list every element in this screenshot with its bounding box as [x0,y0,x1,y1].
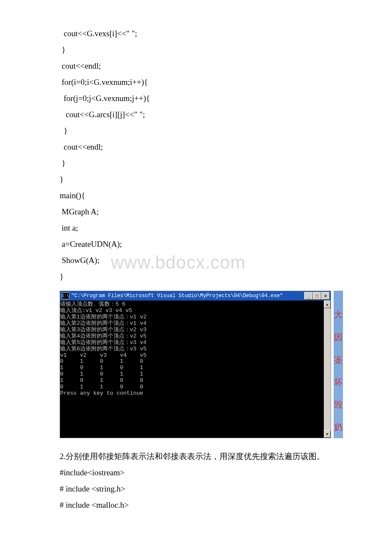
side-char: 坏 [334,374,343,390]
side-char: 大 [334,307,343,322]
console-window: C:\ "C:\Program Files\Microsoft Visual S… [60,291,331,438]
console-output: 请输入顶点数、弧数：5 6 输入顶点:v1 v2 v3 v4 v5 输入第1边依… [60,301,324,438]
code-line: cout<<G.arcs[i][j]<<" "; [60,107,341,123]
code-line: cout<<G.vexs[i]<<" "; [60,26,341,42]
side-char: 因 [334,330,343,345]
code-line: main(){ [60,188,341,204]
code-line: #include<iostream> [60,465,341,481]
cmd-icon: C:\ [62,292,69,299]
scroll-up-button[interactable]: ▲ [324,301,331,308]
maximize-button[interactable]: □ [313,292,321,300]
code-line: cout<<endl; [60,58,341,74]
code-line: for(i=0;i<G.vexnum;i++){ [60,74,341,90]
side-char: 崟 [334,352,343,367]
code-line: a=CreateUDN(A); [60,236,341,252]
code-line: } [60,269,341,285]
paragraph: 2.分别使用邻接矩阵表示法和邻接表表示法，用深度优先搜索法遍历该图。 [60,448,341,465]
code-line: } [60,155,341,171]
side-char: 毁 [334,397,343,412]
side-char: 奶 [334,419,343,435]
scrollbar[interactable]: ▲ ▼ [324,301,331,438]
code-line: cout<<endl; [60,139,341,155]
code-line: MGraph A; [60,204,341,220]
code-line: # include <malloc.h> [60,497,341,513]
close-button[interactable]: × [321,292,330,300]
scroll-down-button[interactable]: ▼ [324,430,331,438]
code-line: } [60,171,341,188]
window-titlebar: C:\ "C:\Program Files\Microsoft Visual S… [60,291,331,301]
side-strip: 大 因 崟 坏 毁 奶 [334,291,343,438]
code-line: } [60,123,341,139]
code-line: ShowG(A); [60,252,341,269]
code-line: # include <string.h> [60,481,341,497]
code-line: } [60,42,341,58]
code-line: for(j=0;j<G.vexnum;j++){ [60,90,341,107]
window-title: "C:\Program Files\Microsoft Visual Studi… [71,293,283,299]
scroll-track[interactable] [324,308,331,430]
code-line: int a; [60,220,341,236]
minimize-button[interactable]: _ [304,292,313,300]
